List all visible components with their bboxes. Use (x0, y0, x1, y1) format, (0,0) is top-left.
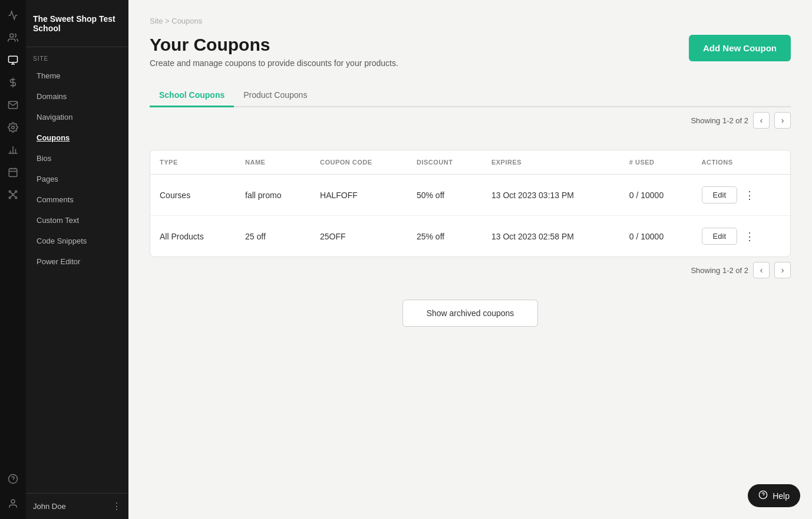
svg-point-5 (12, 126, 15, 129)
user-icon-sidebar[interactable] (1, 493, 25, 514)
svg-point-17 (9, 197, 11, 199)
svg-point-0 (10, 34, 14, 37)
gear-icon[interactable] (1, 117, 25, 138)
row1-used: 0 / 10000 (620, 175, 692, 216)
row2-expires: 13 Oct 2023 02:58 PM (482, 216, 620, 257)
pagination-showing-top: Showing 1-2 of 2 (691, 116, 748, 125)
coupons-table-card: TYPE NAME COUPON CODE DISCOUNT EXPIRES #… (150, 150, 791, 257)
col-discount: DISCOUNT (407, 150, 482, 175)
col-coupon-code: COUPON CODE (311, 150, 407, 175)
main-content: Site > Coupons Your Coupons Create and m… (128, 0, 812, 519)
icon-column (0, 0, 26, 519)
tabs-container: School Coupons Product Coupons (150, 84, 791, 107)
table-row: Courses fall promo HALFOFF 50% off 13 Oc… (150, 175, 790, 216)
help-label: Help (773, 491, 790, 501)
col-type: TYPE (150, 150, 236, 175)
nav-column: The Sweet Shop Test School SITE Theme Do… (26, 0, 128, 519)
row1-type: Courses (150, 175, 236, 216)
next-page-button-top[interactable]: › (774, 112, 791, 129)
show-archived-coupons-button[interactable]: Show archived coupons (402, 300, 539, 327)
display-icon[interactable] (1, 50, 25, 71)
page-subtitle: Create and manage coupons to provide dis… (150, 58, 398, 68)
tab-product-coupons[interactable]: Product Coupons (234, 84, 316, 107)
col-used: # USED (620, 150, 692, 175)
actions-cell-1: Edit ⋮ (702, 186, 781, 203)
next-page-button-bottom[interactable]: › (774, 262, 791, 278)
help-icon-sidebar[interactable] (1, 468, 25, 490)
svg-rect-1 (9, 56, 18, 63)
sidebar-item-code-snippets[interactable]: Code Snippets (29, 231, 125, 251)
sidebar-item-navigation[interactable]: Navigation (29, 107, 125, 127)
tab-school-coupons[interactable]: School Coupons (150, 84, 234, 107)
row1-expires: 13 Oct 2023 03:13 PM (482, 175, 620, 216)
col-name: NAME (236, 150, 311, 175)
pagination-showing-bottom: Showing 1-2 of 2 (691, 266, 748, 275)
more-options-button-row2[interactable]: ⋮ (744, 231, 755, 242)
add-new-coupon-button[interactable]: Add New Coupon (689, 35, 791, 61)
site-section-label: SITE (26, 47, 128, 65)
header-text: Your Coupons Create and manage coupons t… (150, 35, 398, 68)
page-header: Your Coupons Create and manage coupons t… (150, 35, 791, 68)
sidebar-item-domains[interactable]: Domains (29, 87, 125, 106)
prev-page-button-top[interactable]: ‹ (753, 112, 770, 129)
edit-button-row1[interactable]: Edit (702, 186, 737, 203)
prev-page-button-bottom[interactable]: ‹ (753, 262, 770, 278)
dollar-icon[interactable] (1, 72, 25, 93)
top-pagination: Showing 1-2 of 2 ‹ › (150, 107, 791, 136)
actions-cell-2: Edit ⋮ (702, 228, 781, 245)
svg-line-20 (14, 192, 15, 193)
svg-point-15 (9, 190, 11, 192)
more-options-button-row1[interactable]: ⋮ (744, 190, 755, 201)
sidebar: The Sweet Shop Test School SITE Theme Do… (0, 0, 128, 519)
sidebar-item-pages[interactable]: Pages (29, 169, 125, 189)
edit-button-row2[interactable]: Edit (702, 228, 737, 245)
sidebar-item-coupons[interactable]: Coupons (29, 128, 125, 147)
col-expires: EXPIRES (482, 150, 620, 175)
row1-coupon-code: HALFOFF (311, 175, 407, 216)
integrations-icon[interactable] (1, 184, 25, 205)
bottom-pagination: Showing 1-2 of 2 ‹ › (150, 257, 791, 285)
more-options-icon[interactable]: ⋮ (112, 501, 121, 512)
svg-point-16 (15, 190, 17, 192)
archive-row: Show archived coupons (150, 300, 791, 327)
svg-point-25 (11, 500, 15, 503)
row2-discount: 25% off (407, 216, 482, 257)
row2-actions: Edit ⋮ (692, 216, 790, 257)
table-header-row: TYPE NAME COUPON CODE DISCOUNT EXPIRES #… (150, 150, 790, 175)
col-actions: ACTIONS (692, 150, 790, 175)
coupons-table: TYPE NAME COUPON CODE DISCOUNT EXPIRES #… (150, 150, 790, 257)
breadcrumb-site[interactable]: Site (150, 17, 163, 25)
sidebar-item-theme[interactable]: Theme (29, 66, 125, 86)
sidebar-item-power-editor[interactable]: Power Editor (29, 252, 125, 271)
svg-line-21 (11, 196, 12, 197)
people-icon[interactable] (1, 27, 25, 48)
table-row: All Products 25 off 25OFF 25% off 13 Oct… (150, 216, 790, 257)
svg-point-18 (15, 197, 17, 199)
svg-line-22 (14, 196, 15, 197)
svg-line-19 (11, 192, 12, 193)
help-button[interactable]: Help (748, 484, 800, 507)
page-title: Your Coupons (150, 35, 398, 55)
analytics-icon[interactable] (1, 5, 25, 26)
sidebar-item-comments[interactable]: Comments (29, 190, 125, 209)
school-name-label: The Sweet Shop Test School (26, 0, 128, 47)
user-name-label: John Doe (33, 502, 66, 511)
sidebar-footer: John Doe ⋮ (26, 493, 128, 519)
breadcrumb-separator: > (165, 17, 171, 25)
sidebar-item-custom-text[interactable]: Custom Text (29, 211, 125, 230)
row1-name: fall promo (236, 175, 311, 216)
sidebar-item-bios[interactable]: Bios (29, 149, 125, 168)
row2-name: 25 off (236, 216, 311, 257)
row2-type: All Products (150, 216, 236, 257)
svg-point-14 (12, 194, 14, 196)
breadcrumb-current: Coupons (171, 17, 202, 25)
mail-icon[interactable] (1, 94, 25, 116)
row1-discount: 50% off (407, 175, 482, 216)
row1-actions: Edit ⋮ (692, 175, 790, 216)
calendar-icon[interactable] (1, 162, 25, 183)
chart-icon[interactable] (1, 139, 25, 160)
breadcrumb: Site > Coupons (150, 17, 791, 25)
svg-rect-10 (9, 169, 17, 177)
row2-used: 0 / 10000 (620, 216, 692, 257)
row2-coupon-code: 25OFF (311, 216, 407, 257)
